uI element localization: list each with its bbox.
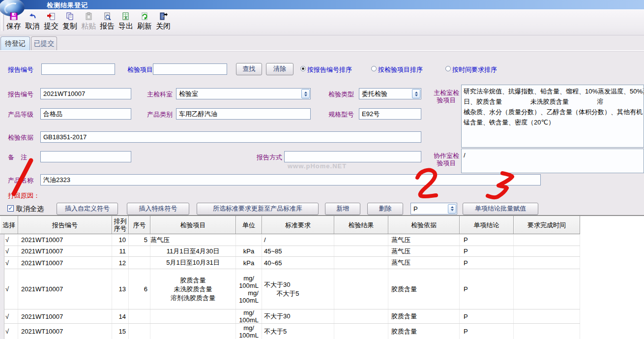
cell-seq-no [129, 324, 150, 339]
cell-basis: 蒸气压 [388, 246, 460, 256]
col-header-conclusion[interactable]: 单项结论 [460, 216, 514, 234]
find-button[interactable]: 查找 [236, 63, 262, 75]
report-method-label: 报告方式 [257, 154, 282, 161]
radio-sort-by-item-label[interactable]: 按检验项目排序 [378, 66, 423, 73]
remark-label: 备 注 [8, 154, 27, 161]
search-item-label: 检验项目 [127, 66, 153, 73]
update-standard-button[interactable]: 所选标准要求更新至产品标准库 [197, 203, 319, 215]
cell-conclusion: P [460, 257, 514, 269]
col-header-report-no[interactable]: 报告编号 [18, 216, 112, 234]
remark-input[interactable] [40, 151, 131, 162]
cell-report-no: 2021WT10007 [18, 309, 112, 323]
cell-basis: 胶质含量 [388, 269, 460, 309]
table-row[interactable]: √2021WT10007105蒸气压/蒸气压P [0, 234, 580, 246]
cell-conclusion: P [460, 234, 514, 246]
tab-pending[interactable]: 待登记 [0, 36, 30, 50]
copy-button[interactable]: 复制 [60, 10, 79, 34]
conclusion-spinner-icon[interactable] [448, 204, 456, 214]
add-button[interactable]: 新增 [325, 203, 360, 215]
results-table: 选择 报告编号 排列 序号 序号 检验项目 单位 标准要求 检验结果 检验依据 … [0, 215, 644, 339]
clear-button[interactable]: 清除 [266, 63, 293, 75]
col-header-order-no[interactable]: 排列 序号 [112, 216, 129, 234]
col-header-item[interactable]: 检验项目 [150, 216, 236, 234]
cell-report-no: 2021WT10007 [18, 257, 112, 269]
cell-report-no: 2021WT10007 [18, 269, 112, 309]
delete-button[interactable]: 删除 [367, 203, 403, 215]
cell-seq-no: 5 [129, 234, 150, 246]
cell-standard: 40~65 [262, 257, 334, 269]
report-button[interactable]: 报告 [98, 10, 117, 34]
refresh-icon [140, 12, 149, 21]
cell-item: 胶质含量 未洗胶质含量 溶剂洗胶质含量 [150, 269, 236, 309]
report-no-input[interactable]: 2021WT10007 [40, 88, 131, 99]
copy-icon [65, 12, 74, 21]
search-report-no-label: 报告编号 [8, 66, 33, 73]
window-title: 检测结果登记 [47, 1, 88, 10]
batch-assign-button[interactable]: 单项结论批量赋值 [463, 203, 538, 215]
col-header-select[interactable]: 选择 [0, 216, 18, 234]
col-header-result[interactable]: 检验结果 [334, 216, 388, 234]
table-row[interactable]: √2021WT1000714mg/ 100mL不大于30胶质含量P [0, 309, 580, 324]
table-row[interactable]: √2021WT10007136胶质含量 未洗胶质含量 溶剂洗胶质含量mg/ 10… [0, 269, 580, 309]
col-header-seq-no[interactable]: 序号 [129, 216, 150, 234]
cell-report-no: 2021WT10007 [18, 234, 112, 246]
cell-seq-no [129, 257, 150, 269]
report-method-input[interactable] [284, 151, 421, 162]
close-button[interactable]: 关闭 [154, 10, 173, 34]
radio-sort-by-item[interactable] [371, 66, 377, 71]
main-dept-spinner-icon[interactable] [301, 89, 310, 98]
insert-custom-symbol-button[interactable]: 插入自定义符号 [57, 203, 118, 215]
toolbar-grip[interactable] [1, 13, 4, 31]
cell-deadline [514, 246, 580, 256]
search-report-no-input[interactable] [41, 63, 115, 75]
svg-text:X: X [124, 15, 127, 20]
cell-result [334, 269, 388, 309]
col-header-deadline[interactable]: 要求完成时间 [514, 216, 580, 234]
close-door-icon [159, 12, 168, 21]
cancel-button[interactable]: 取消 [23, 10, 42, 34]
table-row[interactable]: √2021WT100071111月1日至4月30日kPa45~85蒸气压P [0, 246, 580, 257]
submit-button[interactable]: 提交 [42, 10, 60, 34]
conclusion-select[interactable]: P [410, 203, 457, 215]
main-dept-select[interactable]: 检验室 [176, 88, 311, 99]
cell-seq-no [129, 246, 150, 256]
save-button[interactable]: 保存 [4, 10, 23, 34]
cell-deadline [514, 234, 580, 246]
search-item-input[interactable] [153, 63, 227, 75]
cancel-select-all-checkbox[interactable]: ✓ [7, 205, 14, 212]
radio-sort-by-time[interactable] [445, 66, 451, 71]
table-row[interactable]: √2021WT1000715mg/ 100mL不大于5胶质含量P [0, 324, 580, 339]
radio-sort-by-time-label[interactable]: 按时间要求排序 [452, 66, 497, 73]
col-header-basis[interactable]: 检验依据 [388, 216, 460, 234]
cell-item [150, 324, 236, 339]
spec-model-label: 规格型号 [328, 111, 354, 118]
product-category-input[interactable]: 车用乙醇汽油 [176, 108, 311, 120]
watermark: www.pHome.NET [288, 162, 347, 170]
product-name-input[interactable]: 汽油2323 [40, 174, 541, 185]
cell-order-no: 13 [112, 269, 129, 309]
product-grade-input[interactable]: 合格品 [40, 108, 131, 120]
cell-item [150, 309, 236, 323]
conclusion-value: P [413, 204, 447, 214]
collab-items-textarea[interactable]: / [461, 149, 644, 173]
cell-standard: 45~85 [262, 246, 334, 256]
spec-model-input[interactable]: E92号 [359, 108, 421, 120]
export-button[interactable]: X 导出 [117, 10, 135, 34]
inspect-basis-input[interactable]: GB18351-2017 [40, 131, 421, 143]
col-header-standard[interactable]: 标准要求 [262, 216, 334, 234]
insert-special-symbol-button[interactable]: 插入特殊符号 [127, 203, 189, 215]
col-header-unit[interactable]: 单位 [236, 216, 262, 234]
cell-result [334, 234, 388, 246]
cell-unit: kPa [236, 246, 262, 256]
main-items-textarea[interactable]: 研究法辛烷值、抗爆指数、铅含量、馏程、10%蒸发温度、50%蒸 日、胶质含量 未… [461, 85, 644, 148]
radio-sort-by-report-no[interactable] [300, 66, 306, 71]
cell-standard: / [262, 234, 334, 246]
inspect-basis-label: 检验依据 [8, 134, 33, 141]
inspect-type-select[interactable]: 委托检验 [359, 88, 421, 99]
tab-submitted[interactable]: 已提交 [31, 36, 57, 50]
cancel-select-all-label[interactable]: 取消全选 [16, 205, 44, 213]
radio-sort-by-report-no-label[interactable]: 按报告编号排序 [307, 66, 352, 73]
table-row[interactable]: √2021WT10007125月1日至10月31日kPa40~65蒸气压P [0, 257, 580, 269]
refresh-button[interactable]: 刷新 [135, 10, 154, 34]
inspect-type-spinner-icon[interactable] [412, 89, 420, 98]
